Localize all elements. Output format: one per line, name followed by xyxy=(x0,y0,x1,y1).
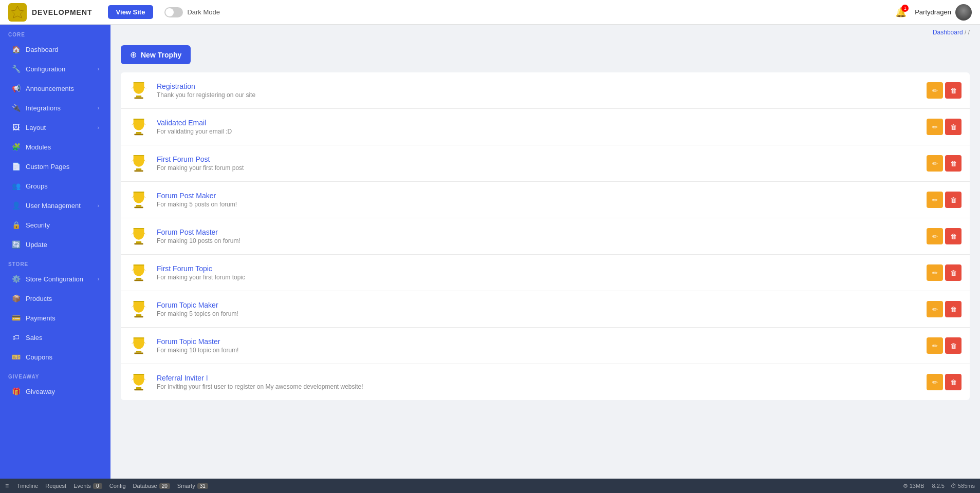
trophy-icon-wrap xyxy=(129,371,149,393)
trophy-item: Validated Email For validating your emai… xyxy=(121,109,970,145)
trophy-name[interactable]: Forum Post Maker xyxy=(157,192,918,200)
new-trophy-button[interactable]: ⊕ New Trophy xyxy=(121,45,191,64)
trophy-item: First Forum Post For making your first f… xyxy=(121,145,970,182)
trophy-item: Referral Inviter I For inviting your fir… xyxy=(121,364,970,400)
sidebar-section-core: CORE xyxy=(0,25,110,40)
edit-trophy-button[interactable]: ✏ xyxy=(927,119,943,135)
delete-trophy-button[interactable]: 🗑 xyxy=(945,301,961,317)
delete-trophy-button[interactable]: 🗑 xyxy=(945,119,961,135)
edit-trophy-button[interactable]: ✏ xyxy=(927,264,943,281)
modules-icon: 🧩 xyxy=(11,143,21,151)
trophy-name[interactable]: Forum Post Master xyxy=(157,228,918,236)
delete-trophy-button[interactable]: 🗑 xyxy=(945,192,961,208)
edit-trophy-button[interactable]: ✏ xyxy=(927,192,943,208)
sidebar-item-security[interactable]: 🔒 Security xyxy=(3,216,107,234)
trophy-actions: ✏ 🗑 xyxy=(927,374,961,390)
delete-trophy-button[interactable]: 🗑 xyxy=(945,155,961,172)
trophy-icon-wrap xyxy=(129,189,149,211)
view-site-button[interactable]: View Site xyxy=(108,5,154,19)
trophy-name[interactable]: Registration xyxy=(157,82,918,90)
notification-badge: 1 xyxy=(901,5,909,12)
trophy-name[interactable]: Validated Email xyxy=(157,119,918,127)
bottom-tab-database[interactable]: Database20 xyxy=(133,483,170,489)
sidebar-item-user-management[interactable]: 👤 User Management › xyxy=(3,196,107,215)
trophy-icon xyxy=(129,189,149,208)
sidebar-label-update: Update xyxy=(26,241,47,249)
sidebar-item-coupons[interactable]: 🎫 Coupons xyxy=(3,348,107,366)
sidebar-item-configuration[interactable]: 🔧 Configuration › xyxy=(3,60,107,78)
svg-rect-8 xyxy=(134,170,143,172)
trophy-name[interactable]: First Forum Post xyxy=(157,155,918,163)
sidebar-label-dashboard: Dashboard xyxy=(26,46,59,53)
memory-stat-icon: ⚙ xyxy=(903,483,908,489)
sidebar-item-products[interactable]: 📦 Products xyxy=(3,289,107,308)
layout-icon: 🖼 xyxy=(11,123,21,131)
trophy-icon xyxy=(129,153,149,172)
edit-trophy-button[interactable]: ✏ xyxy=(927,301,943,317)
sidebar-label-giveaway: Giveaway xyxy=(26,388,55,395)
bottom-tab-config[interactable]: Config xyxy=(109,483,126,489)
sidebar-item-modules[interactable]: 🧩 Modules xyxy=(3,138,107,156)
sidebar-item-giveaway[interactable]: 🎁 Giveaway xyxy=(3,382,107,401)
breadcrumb-dashboard[interactable]: Dashboard xyxy=(933,29,963,36)
edit-trophy-button[interactable]: ✏ xyxy=(927,228,943,244)
sidebar-item-sales[interactable]: 🏷 Sales xyxy=(3,328,107,347)
edit-trophy-button[interactable]: ✏ xyxy=(927,155,943,172)
trophy-desc: For making 5 posts on forum! xyxy=(157,201,918,208)
svg-rect-9 xyxy=(134,155,144,156)
trophy-name[interactable]: Forum Topic Master xyxy=(157,337,918,346)
sidebar-item-announcements[interactable]: 📢 Announcements xyxy=(3,79,107,98)
delete-trophy-button[interactable]: 🗑 xyxy=(945,82,961,99)
trophy-icon-wrap xyxy=(129,153,149,174)
trophy-actions: ✏ 🗑 xyxy=(927,155,961,172)
trophy-name[interactable]: First Forum Topic xyxy=(157,264,918,273)
bottom-tab-request[interactable]: Request xyxy=(45,483,66,489)
security-icon: 🔒 xyxy=(11,221,21,229)
content-area: Dashboard / / ⊕ New Trophy Registration … xyxy=(110,25,980,479)
chevron-icon: › xyxy=(98,105,99,111)
bottom-stats: ⚙ 13MB 8.2.5⏱ 585ms xyxy=(903,483,975,489)
bottom-tab-label-request: Request xyxy=(45,483,66,489)
trophy-icon xyxy=(129,371,149,391)
notifications-button[interactable]: 🔔 1 xyxy=(895,7,907,18)
trophy-item: Forum Topic Master For making 10 topic o… xyxy=(121,328,970,364)
edit-trophy-button[interactable]: ✏ xyxy=(927,337,943,354)
dark-mode-switch[interactable] xyxy=(164,7,183,17)
trophy-name[interactable]: Forum Topic Maker xyxy=(157,301,918,309)
sidebar-item-groups[interactable]: 👥 Groups xyxy=(3,177,107,195)
trophy-desc: For inviting your first user to register… xyxy=(157,383,918,390)
svg-rect-7 xyxy=(136,168,141,170)
sidebar-item-custom-pages[interactable]: 📄 Custom Pages xyxy=(3,157,107,176)
bottom-tab-timeline[interactable]: Timeline xyxy=(17,483,38,489)
announcements-icon: 📢 xyxy=(11,84,21,92)
bottom-tab-badge-events: 0 xyxy=(93,483,102,489)
delete-trophy-button[interactable]: 🗑 xyxy=(945,374,961,390)
sidebar-item-update[interactable]: 🔄 Update xyxy=(3,235,107,254)
trophy-item: Forum Topic Maker For making 5 topics on… xyxy=(121,291,970,328)
trophy-desc: For making 5 topics on forum! xyxy=(157,310,918,317)
sidebar-item-dashboard[interactable]: 🏠 Dashboard xyxy=(3,40,107,59)
delete-trophy-button[interactable]: 🗑 xyxy=(945,228,961,244)
sidebar-item-store-configuration[interactable]: ⚙️ Store Configuration › xyxy=(3,270,107,288)
topbar-right: 🔔 1 Partydragen xyxy=(895,4,972,21)
svg-rect-12 xyxy=(134,192,144,193)
sidebar-item-integrations[interactable]: 🔌 Integrations › xyxy=(3,99,107,117)
delete-trophy-button[interactable]: 🗑 xyxy=(945,264,961,281)
bottom-tab-badge-database: 20 xyxy=(159,483,170,489)
edit-trophy-button[interactable]: ✏ xyxy=(927,82,943,99)
trophy-name[interactable]: Referral Inviter I xyxy=(157,374,918,382)
user-info[interactable]: Partydragen xyxy=(915,4,972,21)
bottom-tab-events[interactable]: Events0 xyxy=(73,483,102,489)
edit-trophy-button[interactable]: ✏ xyxy=(927,374,943,390)
bottom-tab-smarty[interactable]: Smarty31 xyxy=(177,483,208,489)
dark-mode-toggle: Dark Mode xyxy=(164,7,220,17)
sidebar-item-payments[interactable]: 💳 Payments xyxy=(3,309,107,327)
trophy-icon xyxy=(129,298,149,318)
trophy-icon xyxy=(129,335,149,354)
bottom-left-icon: ≡ xyxy=(5,482,9,489)
chevron-icon: › xyxy=(98,125,99,130)
sidebar-item-layout[interactable]: 🖼 Layout › xyxy=(3,118,107,137)
delete-trophy-button[interactable]: 🗑 xyxy=(945,337,961,354)
sidebar-label-groups: Groups xyxy=(26,182,48,190)
svg-rect-21 xyxy=(134,301,144,302)
